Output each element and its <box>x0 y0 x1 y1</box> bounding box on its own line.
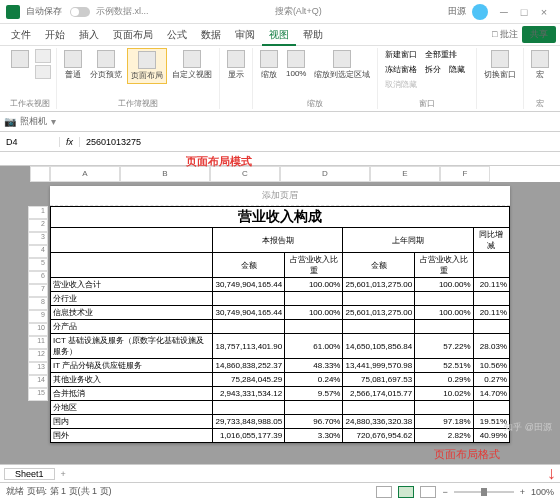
tab-home[interactable]: 开始 <box>38 24 72 46</box>
show-button[interactable]: 显示 <box>224 48 248 82</box>
tab-pagelayout[interactable]: 页面布局 <box>106 24 160 46</box>
pagebreak-view-icon[interactable] <box>420 486 436 498</box>
split-button[interactable]: 拆分 <box>422 63 444 76</box>
group-label: 窗口 <box>419 98 435 109</box>
avatar[interactable] <box>472 4 488 20</box>
table-row[interactable]: 合并抵消2,943,331,534.129.57%2,566,174,015.7… <box>51 387 510 401</box>
maximize-icon[interactable]: □ <box>514 6 534 18</box>
tab-data[interactable]: 数据 <box>194 24 228 46</box>
sheet-area[interactable]: ↘ 页面布局模式 A B C D E F 1234567891011121314… <box>0 152 560 464</box>
table-row[interactable]: 国内29,733,848,988.0596.70%24,880,336,320.… <box>51 415 510 429</box>
group-window: 新建窗口 全部重排 冻结窗格 拆分 隐藏 取消隐藏 窗口 <box>378 48 477 109</box>
quick-tools: 📷 照相机 ▾ <box>0 112 560 132</box>
custom-view-button[interactable]: 自定义视图 <box>169 48 215 84</box>
group-label: 缩放 <box>307 98 323 109</box>
table-row[interactable]: ICT 基础设施及服务（原数字化基础设施及服务）18,757,113,401.9… <box>51 334 510 359</box>
header-row-2: 金额 占营业收入比重 金额 占营业收入比重 <box>51 253 510 278</box>
unhide-button: 取消隐藏 <box>382 78 420 91</box>
ribbon-tabs: 文件 开始 插入 页面布局 公式 数据 审阅 视图 帮助 □ 批注 共享 <box>0 24 560 46</box>
normal-view-button[interactable]: 普通 <box>61 48 85 84</box>
statusbar: 就绪 页码: 第 1 页(共 1 页) − + 100% <box>0 482 560 500</box>
titlebar: 自动保存 示例数据.xl... 搜索(Alt+Q) 田源 ─ □ × <box>0 0 560 24</box>
group-workbookview: 普通 分页预览 页面布局 自定义视图 工作簿视图 <box>57 48 220 109</box>
ruler <box>0 152 560 166</box>
watermark: 知乎 @田源 <box>504 421 552 434</box>
formula-input[interactable]: 25601013275 <box>80 137 560 147</box>
minimize-icon[interactable]: ─ <box>494 6 514 18</box>
tab-help[interactable]: 帮助 <box>296 24 330 46</box>
name-box[interactable]: D4 <box>0 137 60 147</box>
annotation-format: 页面布局格式 <box>434 447 500 462</box>
table-row[interactable]: 分地区 <box>51 401 510 415</box>
share-button[interactable]: 共享 <box>522 26 556 43</box>
camera-icon[interactable]: 📷 <box>4 116 16 127</box>
newwindow-button[interactable]: 新建窗口 <box>382 48 420 61</box>
hide-button[interactable]: 隐藏 <box>446 63 468 76</box>
pagelayout-view-icon[interactable] <box>398 486 414 498</box>
search-box[interactable]: 搜索(Alt+Q) <box>149 5 448 18</box>
user-name[interactable]: 田源 <box>448 5 466 18</box>
tab-formulas[interactable]: 公式 <box>160 24 194 46</box>
page-header[interactable]: 添加页眉 <box>50 186 510 206</box>
freeze-button[interactable]: 冻结窗格 <box>382 63 420 76</box>
annotation-mode: 页面布局模式 <box>186 154 252 169</box>
sheet-tab[interactable]: Sheet1 <box>4 468 55 480</box>
formula-bar: D4 fx 25601013275 <box>0 132 560 152</box>
header-row-1: 本报告期 上年同期 同比增减 <box>51 228 510 253</box>
status-text: 就绪 页码: 第 1 页(共 1 页) <box>6 485 112 498</box>
add-sheet-button[interactable]: + <box>55 469 72 479</box>
tab-insert[interactable]: 插入 <box>72 24 106 46</box>
zoom-100-button[interactable]: 100% <box>283 48 309 82</box>
tab-file[interactable]: 文件 <box>4 24 38 46</box>
pagelayout-view-button[interactable]: 页面布局 <box>127 48 167 84</box>
comments-button[interactable]: □ 批注 <box>492 28 518 41</box>
group-label: 工作簿视图 <box>118 98 158 109</box>
table-row[interactable]: 其他业务收入75,284,045.290.24%75,081,697.530.2… <box>51 373 510 387</box>
group-sheetview: 工作表视图 <box>4 48 57 109</box>
autosave-toggle[interactable] <box>70 7 90 17</box>
table-row[interactable]: 分行业 <box>51 292 510 306</box>
table-row[interactable]: 分产品 <box>51 320 510 334</box>
excel-icon <box>6 5 20 19</box>
filename: 示例数据.xl... <box>96 5 149 18</box>
group-label: 工作表视图 <box>10 98 50 109</box>
tab-review[interactable]: 审阅 <box>228 24 262 46</box>
close-icon[interactable]: × <box>534 6 554 18</box>
zoom-minus[interactable]: − <box>442 487 447 497</box>
group-switch: 切换窗口 <box>477 48 524 109</box>
sv-btn2[interactable] <box>35 65 51 79</box>
zoom-button[interactable]: 缩放 <box>257 48 281 82</box>
group-macro: 宏 宏 <box>524 48 556 109</box>
switchwindow-button[interactable]: 切换窗口 <box>481 48 519 82</box>
zoom-slider[interactable] <box>454 491 514 493</box>
row-headers[interactable]: 123456789101112131415 <box>28 206 48 401</box>
arrow-down-icon: ↓ <box>547 463 556 484</box>
group-label: 宏 <box>536 98 544 109</box>
sheetview-icon[interactable] <box>11 50 29 68</box>
data-table[interactable]: 营业收入构成 本报告期 上年同期 同比增减 金额 占营业收入比重 金额 占营业收… <box>50 206 510 443</box>
pagebreak-view-button[interactable]: 分页预览 <box>87 48 125 84</box>
macro-button[interactable]: 宏 <box>528 48 552 82</box>
table-row[interactable]: 营业收入合计30,749,904,165.44100.00%25,601,013… <box>51 278 510 292</box>
group-show: 显示 <box>220 48 253 109</box>
fx-icon[interactable]: fx <box>60 137 80 147</box>
arrange-button[interactable]: 全部重排 <box>422 48 460 61</box>
zoom-selection-button[interactable]: 缩放到选定区域 <box>311 48 373 82</box>
sv-btn1[interactable] <box>35 49 51 63</box>
table-row[interactable]: 信息技术业30,749,904,165.44100.00%25,601,013,… <box>51 306 510 320</box>
autosave-label: 自动保存 <box>26 5 62 18</box>
sheet-tabs: Sheet1 + ↓ <box>0 464 560 482</box>
column-headers[interactable]: A B C D E F <box>30 166 560 182</box>
table-row[interactable]: 国外1,016,055,177.393.30%720,676,954.622.8… <box>51 429 510 443</box>
ribbon-body: 工作表视图 普通 分页预览 页面布局 自定义视图 工作簿视图 显示 缩放 100… <box>0 46 560 112</box>
page: 123456789101112131415 添加页眉 营业收入构成 本报告期 上… <box>50 186 510 443</box>
normal-view-icon[interactable] <box>376 486 392 498</box>
group-zoom: 缩放 100% 缩放到选定区域 缩放 <box>253 48 378 109</box>
table-title: 营业收入构成 <box>51 207 510 228</box>
zoom-plus[interactable]: + <box>520 487 525 497</box>
table-row[interactable]: IT 产品分销及供应链服务14,860,838,252.3748.33%13,4… <box>51 359 510 373</box>
zoom-level[interactable]: 100% <box>531 487 554 497</box>
tab-view[interactable]: 视图 <box>262 24 296 46</box>
camera-label[interactable]: 照相机 <box>20 115 47 128</box>
